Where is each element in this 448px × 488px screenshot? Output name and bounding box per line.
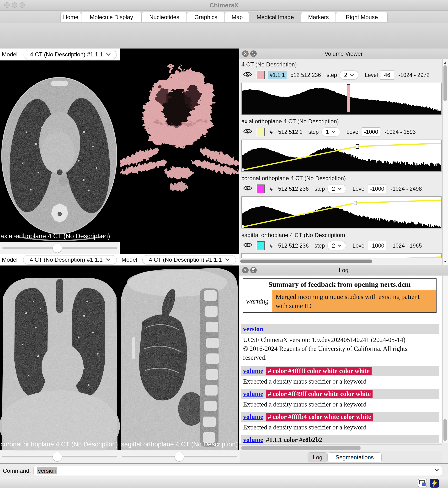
coronal-viewport[interactable]: coronal orthoplane 4 CT (No Description) [0, 266, 120, 450]
histogram[interactable] [241, 196, 441, 228]
log-entry-list: versionUCSF ChimeraX version: 1.9.dev202… [241, 324, 440, 443]
model-id[interactable]: # [268, 128, 274, 136]
model-label: Model [2, 256, 17, 263]
command-help-link[interactable]: volume [243, 436, 263, 443]
sagittal-model-value: 4 CT (No Description) #1.1.1 [149, 256, 222, 263]
chevron-down-icon[interactable] [434, 468, 439, 472]
volume-3d-viewport[interactable] [120, 49, 239, 254]
model-id[interactable]: # [268, 242, 274, 250]
axial-model-select[interactable]: 4 CT (No Description) #1.1.1 [24, 50, 117, 59]
tab-molecule-display[interactable]: Molecule Display [81, 12, 142, 23]
model-id[interactable]: # [268, 185, 274, 193]
sagittal-model-row: Model 4 CT (No Description) #1.1.1 [120, 254, 239, 266]
status-bar [0, 478, 448, 488]
tab-home[interactable]: Home [60, 12, 81, 23]
volume-group-controls: #512 512 236step2Level-1000-1024 - 2498 [241, 183, 441, 195]
level-input[interactable]: -1000 [368, 241, 386, 250]
scrollbar-thumb[interactable] [241, 446, 360, 450]
log-vertical-scrollbar[interactable] [442, 276, 448, 443]
command-input[interactable]: version [33, 466, 442, 476]
visibility-toggle[interactable] [243, 128, 252, 136]
histogram-plot[interactable] [242, 197, 441, 228]
scroll-down-icon[interactable]: ▼ [443, 260, 447, 263]
histogram-plot[interactable] [242, 83, 441, 114]
chevron-down-icon [332, 131, 336, 133]
histogram[interactable] [241, 139, 441, 171]
axial-slice-slider[interactable] [0, 242, 120, 254]
model-id[interactable]: #1.1.1 [268, 71, 287, 79]
scrollbar-thumb[interactable] [443, 65, 447, 101]
log-command-line: volume# color #ff49ff color white color … [241, 389, 440, 399]
coronal-slice-slider[interactable] [0, 450, 120, 463]
tab-map[interactable]: Map [225, 12, 249, 23]
sagittal-viewport[interactable]: sagittal orthoplane 4 CT (No Description… [120, 266, 239, 450]
level-label: Level [352, 243, 366, 249]
color-swatch[interactable] [257, 71, 264, 79]
chevron-down-icon [350, 74, 354, 76]
level-input[interactable]: -1000 [362, 127, 380, 137]
volume-group-name: sagittal orthoplane 4 CT (No Description… [241, 231, 441, 239]
panel-tab-log[interactable]: Log [308, 452, 328, 463]
panel-tab-segmentations[interactable]: Segmentations [328, 452, 382, 463]
level-handle[interactable] [242, 168, 244, 171]
warning-message: Merged incoming unique studies with exis… [272, 290, 436, 313]
scroll-up-icon[interactable]: ▲ [443, 60, 447, 64]
tab-nucleotides[interactable]: Nucleotides [142, 12, 187, 23]
log-summary-table: Summary of feedback from opening nerts.d… [243, 278, 437, 313]
step-select[interactable]: 2 [328, 185, 346, 193]
tab-markers[interactable]: Markers [301, 12, 336, 23]
level-marker[interactable] [347, 85, 350, 112]
scrollbar-thumb[interactable] [240, 260, 372, 263]
volume-viewer-vertical-scrollbar[interactable]: ▲ ▼ [442, 59, 448, 265]
histogram-plot[interactable] [242, 140, 441, 171]
histogram[interactable] [241, 83, 441, 115]
value-range: -1024 - 2498 [391, 186, 422, 192]
step-select[interactable]: 2 [328, 241, 346, 250]
histogram[interactable] [241, 253, 441, 258]
level-handle[interactable] [242, 225, 244, 228]
command-help-link[interactable]: volume [243, 367, 263, 374]
screen-panels-icon[interactable] [418, 479, 427, 488]
color-swatch[interactable] [257, 128, 264, 136]
log-command-line: volume#1.1.1 color #e8b2b2 [241, 435, 440, 443]
level-handle[interactable] [354, 201, 357, 205]
scrollbar-thumb[interactable] [443, 419, 447, 441]
axial-ct-image [0, 60, 120, 242]
level-input[interactable]: -1000 [368, 184, 386, 193]
volume-viewer-horizontal-scrollbar[interactable] [239, 258, 442, 265]
volume-group-controls: #512 512 1step1Level-1000-1024 - 1893 [241, 126, 441, 138]
histogram-plot[interactable] [242, 253, 441, 258]
quick-start-lightning-icon[interactable] [430, 479, 439, 488]
chevron-down-icon [338, 187, 342, 190]
step-select[interactable]: 1 [322, 128, 340, 136]
tab-right-mouse[interactable]: Right Mouse [336, 12, 388, 23]
log-content[interactable]: Summary of feedback from opening nerts.d… [239, 276, 442, 443]
coronal-model-select[interactable]: 4 CT (No Description) #1.1.1 [23, 255, 117, 264]
visibility-toggle[interactable] [243, 242, 252, 250]
volume-group: 4 CT (No Description)#1.1.1512 512 236st… [241, 60, 441, 115]
visibility-toggle[interactable] [243, 71, 252, 79]
slider-thumb[interactable] [53, 244, 62, 252]
slider-thumb[interactable] [175, 452, 184, 461]
level-input[interactable]: 46 [380, 71, 394, 80]
axial-model-row: Model 4 CT (No Description) #1.1.1 [0, 49, 120, 60]
sagittal-model-select[interactable]: 4 CT (No Description) #1.1.1 [142, 255, 236, 264]
step-select[interactable]: 2 [340, 71, 358, 79]
command-help-link[interactable]: version [243, 325, 263, 333]
command-help-link[interactable]: volume [243, 413, 263, 420]
sagittal-slice-slider[interactable] [120, 450, 239, 463]
log-horizontal-scrollbar[interactable] [239, 444, 442, 451]
color-swatch[interactable] [257, 185, 264, 193]
coronal-model-row: Model 4 CT (No Description) #1.1.1 [0, 254, 120, 266]
command-error-highlight: # color #ff49ff color white color white [266, 390, 373, 398]
command-help-link[interactable]: volume [243, 390, 263, 398]
tab-medical-image[interactable]: Medical Image [249, 12, 301, 23]
color-swatch[interactable] [257, 241, 264, 250]
log-tab-row: LogSegmentations [239, 451, 442, 464]
grid-size: 512 512 1 [278, 129, 303, 135]
tab-graphics[interactable]: Graphics [187, 12, 225, 23]
visibility-toggle[interactable] [243, 185, 252, 193]
axial-viewport[interactable]: axial orthoplane 4 CT (No Description) [0, 60, 120, 242]
slider-thumb[interactable] [53, 452, 62, 461]
level-handle[interactable] [356, 145, 359, 148]
